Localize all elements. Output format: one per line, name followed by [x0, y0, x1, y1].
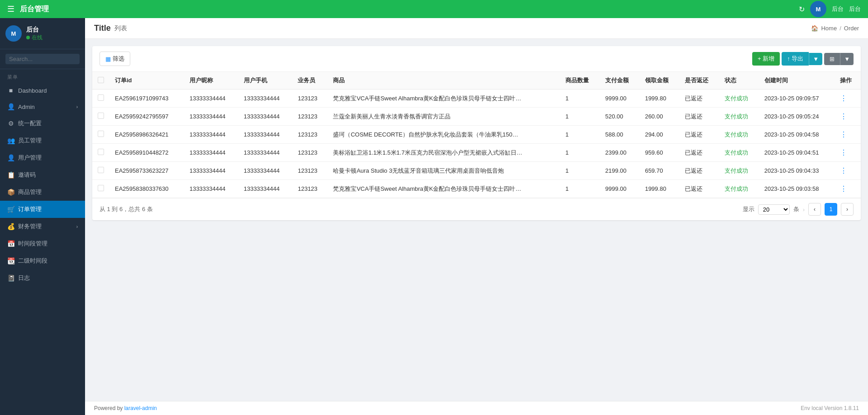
orders-table: 订单id 用户昵称 用户手机 业务员 商品 商品数量 支付金额 领取金额 是否返…	[92, 72, 861, 198]
hamburger-icon[interactable]: ☰	[7, 4, 14, 14]
sidebar-item-time-period-mgmt[interactable]: 📅 时间段管理	[0, 235, 85, 252]
row-checkbox[interactable]	[98, 167, 104, 173]
export-dropdown-button[interactable]: ▼	[809, 53, 822, 65]
col-status: 状态	[719, 72, 759, 90]
sidebar-item-label: 二级时间段	[18, 257, 78, 265]
sidebar-item-second-time-period[interactable]: 📆 二级时间段	[0, 252, 85, 269]
current-page-button[interactable]: 1	[825, 203, 837, 216]
sidebar-item-employee-mgmt[interactable]: 👥 员工管理	[0, 132, 85, 149]
sidebar-item-log[interactable]: 📓 日志	[0, 269, 85, 287]
toolbar-right: + 新增 ↑ 导出 ▼ ⊞ ▼	[752, 52, 854, 66]
page-header-left: Title 列表	[94, 24, 127, 33]
cell-user-phone: 13333334444	[238, 180, 293, 198]
cell-status: 支付成功	[719, 126, 759, 144]
breadcrumb-separator: /	[840, 25, 841, 32]
row-action-button[interactable]: ⋮	[840, 149, 847, 156]
cell-qty: 1	[560, 144, 600, 162]
sidebar-item-invite-code[interactable]: 📋 邀请码	[0, 166, 85, 184]
breadcrumb-home[interactable]: Home	[821, 25, 837, 32]
search-input[interactable]	[9, 56, 85, 62]
cell-salesperson: 123123	[292, 162, 327, 180]
sidebar-item-label: 商品管理	[18, 188, 78, 196]
row-action-button[interactable]: ⋮	[840, 113, 847, 120]
cell-qty: 1	[560, 108, 600, 126]
cell-product: 梵克雅宝VCA手链Sweet Alhambra黄K金配白色珍珠贝母手链女士四叶草…	[327, 180, 560, 198]
cell-action: ⋮	[835, 180, 861, 198]
sidebar-item-finance-mgmt[interactable]: 💰 财务管理 ›	[0, 218, 85, 235]
refresh-icon[interactable]: ↻	[799, 5, 805, 14]
prev-page-button[interactable]: ‹	[808, 203, 821, 216]
sidebar-item-dashboard[interactable]: ■ Dashboard	[0, 82, 85, 99]
new-button[interactable]: + 新增	[752, 52, 780, 66]
row-checkbox[interactable]	[98, 131, 104, 137]
export-button[interactable]: ↑ 导出	[782, 52, 809, 66]
sidebar-item-label: 员工管理	[18, 137, 78, 145]
col-returned: 是否返还	[679, 72, 719, 90]
table-card: ▦ 筛选 + 新增 ↑ 导出 ▼ ⊞	[92, 46, 861, 220]
cell-product: 兰蔻全新美丽人生青水淡青香氛香调官方正品	[327, 108, 560, 126]
next-page-button[interactable]: ›	[841, 203, 854, 216]
sidebar-user-info: M 后台 在线	[0, 18, 85, 49]
filter-button[interactable]: ▦ 筛选	[100, 52, 130, 66]
cell-order-id: EA25961971099743	[109, 90, 184, 108]
sidebar-item-order-mgmt[interactable]: 🛒 订单管理	[0, 201, 85, 218]
cell-order-id: EA25958733623227	[109, 162, 184, 180]
footer-env-info: Env local Version 1.8.11	[801, 405, 859, 411]
row-checkbox-cell	[92, 144, 109, 162]
sidebar-item-label: 订单管理	[18, 205, 78, 213]
row-action-button[interactable]: ⋮	[840, 131, 847, 138]
product-icon: 📦	[7, 189, 14, 196]
columns-button[interactable]: ⊞	[824, 53, 840, 65]
logout-button[interactable]: 后台	[849, 5, 861, 13]
row-action-button[interactable]: ⋮	[840, 185, 847, 193]
cell-salesperson: 123123	[292, 144, 327, 162]
row-action-button[interactable]: ⋮	[840, 167, 847, 174]
sidebar-search-container: 🔍	[0, 49, 85, 69]
laravel-admin-link[interactable]: laravel-admin	[124, 405, 157, 411]
employee-icon: 👥	[7, 137, 14, 144]
cell-action: ⋮	[835, 162, 861, 180]
row-checkbox[interactable]	[98, 113, 104, 119]
page-size-select[interactable]: 20 50 100	[758, 204, 790, 215]
cell-action: ⋮	[835, 108, 861, 126]
sidebar-item-product-mgmt[interactable]: 📦 商品管理	[0, 184, 85, 201]
select-all-checkbox[interactable]	[98, 77, 104, 83]
cell-action: ⋮	[835, 126, 861, 144]
columns-dropdown-button[interactable]: ▼	[840, 53, 854, 65]
log-icon: 📓	[7, 274, 14, 282]
col-user-phone: 用户手机	[238, 72, 293, 90]
cell-user-nickname: 13333334444	[184, 126, 238, 144]
per-page-unit: 条	[793, 205, 799, 213]
cell-salesperson: 123123	[292, 90, 327, 108]
sidebar-item-unified-config[interactable]: ⚙ 统一配置	[0, 115, 85, 132]
cell-qty: 1	[560, 90, 600, 108]
cell-paid-amount: 2199.00	[600, 162, 640, 180]
cell-created-at: 2023-10-25 09:04:58	[759, 126, 835, 144]
sidebar-item-label: Dashboard	[18, 87, 78, 94]
breadcrumb-order[interactable]: Order	[844, 25, 859, 32]
row-checkbox[interactable]	[98, 94, 104, 101]
cell-salesperson: 123123	[292, 108, 327, 126]
row-checkbox[interactable]	[98, 149, 104, 155]
sidebar-item-admin[interactable]: 👤 Admin ›	[0, 99, 85, 115]
main-content: Title 列表 🏠 Home / Order ▦ 筛选	[85, 18, 868, 415]
cell-paid-amount: 9999.00	[600, 180, 640, 198]
row-checkbox-cell	[92, 126, 109, 144]
table-row: EA25958380337630 13333334444 13333334444…	[92, 180, 861, 198]
row-action-button[interactable]: ⋮	[840, 94, 847, 102]
cell-user-phone: 13333334444	[238, 126, 293, 144]
chevron-right-icon: ›	[76, 104, 78, 109]
table-header-row: 订单id 用户昵称 用户手机 业务员 商品 商品数量 支付金额 领取金额 是否返…	[92, 72, 861, 90]
cell-paid-amount: 9999.00	[600, 90, 640, 108]
cell-order-id: EA25958380337630	[109, 180, 184, 198]
table-toolbar: ▦ 筛选 + 新增 ↑ 导出 ▼ ⊞	[92, 46, 861, 72]
user-icon: 👤	[7, 154, 14, 161]
sidebar-item-label: 时间段管理	[18, 240, 78, 248]
table-footer: 从 1 到 6，总共 6 条 显示 20 50 100 条 › ‹	[92, 198, 861, 220]
row-checkbox[interactable]	[98, 185, 104, 191]
cell-product: 哈曼卡顿Aura Studio 3无线蓝牙音箱琉璃三代家用桌面音响低音炮	[327, 162, 560, 180]
export-btn-group: ↑ 导出 ▼	[782, 52, 822, 66]
admin-icon: 👤	[7, 103, 14, 110]
sidebar-item-user-mgmt[interactable]: 👤 用户管理	[0, 149, 85, 166]
cell-paid-amount: 588.00	[600, 126, 640, 144]
